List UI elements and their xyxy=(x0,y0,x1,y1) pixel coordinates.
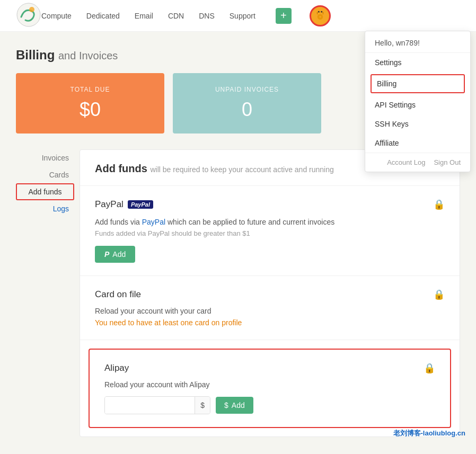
sidebar-item-cards[interactable]: Cards xyxy=(16,166,80,183)
svg-point-5 xyxy=(318,11,320,12)
unpaid-invoices-card: UNPAID INVOICES 0 xyxy=(173,73,321,133)
alipay-dollar-sign: $ xyxy=(195,397,210,414)
svg-point-1 xyxy=(29,7,34,12)
card-warning: You need to have at least one card on pr… xyxy=(95,318,445,327)
paypal-note: Funds added via PayPal should be greater… xyxy=(95,229,445,237)
card-section: Card on file 🔒 Reload your account with … xyxy=(80,276,460,340)
dropdown-footer: Account Log Sign Out xyxy=(365,153,470,172)
nav-dns[interactable]: DNS xyxy=(199,12,215,20)
paypal-badge: PayPal xyxy=(128,200,153,209)
total-due-card: TOTAL DUE $0 xyxy=(16,73,164,133)
nav-cdn[interactable]: CDN xyxy=(168,12,184,20)
alipay-input-wrap: $ xyxy=(104,396,210,414)
svg-point-6 xyxy=(321,11,322,12)
paypal-header: PayPal PayPal 🔒 xyxy=(95,199,445,210)
unpaid-invoices-label: UNPAID INVOICES xyxy=(183,86,311,93)
paypal-title: PayPal PayPal xyxy=(95,199,153,210)
paypal-section: PayPal PayPal 🔒 Add funds via PayPal whi… xyxy=(80,186,460,276)
nav-compute[interactable]: Compute xyxy=(41,12,72,20)
dropdown-api-settings[interactable]: API Settings xyxy=(365,95,470,114)
nav-dedicated[interactable]: Dedicated xyxy=(86,12,120,20)
user-avatar-button[interactable] xyxy=(310,5,331,26)
main-area: Invoices Cards Add funds Logs Add funds … xyxy=(0,133,476,453)
alipay-lock-icon: 🔒 xyxy=(424,362,435,374)
sidebar: Invoices Cards Add funds Logs xyxy=(16,149,80,437)
paypal-p-icon: P xyxy=(104,250,109,259)
sidebar-item-add-funds[interactable]: Add funds xyxy=(16,183,74,200)
alipay-header: Alipay 🔒 xyxy=(104,362,435,374)
dropdown-greeting: Hello, wn789! xyxy=(365,31,470,53)
total-due-value: $0 xyxy=(27,99,154,121)
dropdown-billing[interactable]: Billing xyxy=(371,74,465,93)
card-desc: Reload your account with your card xyxy=(95,307,445,315)
dropdown-sign-out[interactable]: Sign Out xyxy=(434,158,461,166)
nav-email[interactable]: Email xyxy=(135,12,153,20)
dropdown-account-log[interactable]: Account Log xyxy=(387,158,425,166)
svg-point-4 xyxy=(319,16,321,18)
alipay-add-button[interactable]: $ Add xyxy=(216,397,253,414)
content-area: Add funds will be required to keep your … xyxy=(80,149,460,437)
svg-point-0 xyxy=(17,3,40,26)
paypal-lock-icon: 🔒 xyxy=(433,199,445,210)
alipay-dollar-btn-icon: $ xyxy=(224,401,228,410)
dropdown-ssh-keys[interactable]: SSH Keys xyxy=(365,114,470,133)
paypal-desc: Add funds via PayPal which can be applie… xyxy=(95,218,445,226)
alipay-desc: Reload your account with Alipay xyxy=(104,380,435,389)
header: Compute Dedicated Email CDN DNS Support … xyxy=(0,0,476,32)
total-due-label: TOTAL DUE xyxy=(27,86,154,93)
sidebar-item-logs[interactable]: Logs xyxy=(16,200,80,217)
nav-support[interactable]: Support xyxy=(230,12,255,20)
alipay-input-row: $ $ Add xyxy=(104,396,435,414)
alipay-title: Alipay xyxy=(104,363,129,373)
dropdown-affiliate[interactable]: Affiliate xyxy=(365,133,470,153)
dropdown-settings[interactable]: Settings xyxy=(365,53,470,72)
alipay-section: Alipay 🔒 Reload your account with Alipay… xyxy=(89,349,451,428)
logo[interactable] xyxy=(16,2,41,29)
unpaid-invoices-value: 0 xyxy=(183,99,311,121)
card-section-title: Card on file 🔒 xyxy=(95,289,445,300)
paypal-link[interactable]: PayPal xyxy=(142,218,165,226)
paypal-add-button[interactable]: P Add xyxy=(95,246,135,263)
user-dropdown: Hello, wn789! Settings Billing API Setti… xyxy=(365,31,471,172)
card-lock-icon: 🔒 xyxy=(433,289,445,300)
sidebar-item-invoices[interactable]: Invoices xyxy=(16,149,80,166)
main-nav: Compute Dedicated Email CDN DNS Support … xyxy=(41,5,331,26)
add-button[interactable]: + xyxy=(276,8,292,24)
alipay-amount-input[interactable] xyxy=(105,397,195,414)
watermark: 老刘博客-laoliublog.cn xyxy=(393,429,466,438)
